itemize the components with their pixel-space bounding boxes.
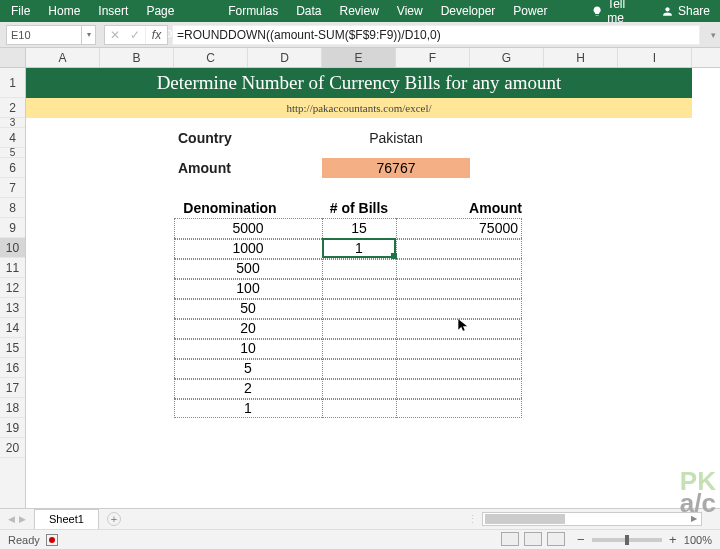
- col-E[interactable]: E: [322, 48, 396, 67]
- row-20[interactable]: 20: [0, 438, 25, 458]
- formula-bar-row: E10 ▾ ✕ ✓ fx =ROUNDDOWN((amount-SUM($F$9…: [0, 22, 720, 48]
- row-6[interactable]: 6: [0, 158, 25, 178]
- bills-1[interactable]: 1: [322, 238, 396, 258]
- horizontal-scrollbar[interactable]: ◀ ▶: [482, 512, 702, 526]
- row-9[interactable]: 9: [0, 218, 25, 238]
- view-page-layout-icon[interactable]: [524, 532, 542, 546]
- sheet-nav-prev-icon[interactable]: ◀: [6, 514, 17, 524]
- zoom-slider[interactable]: [592, 538, 662, 542]
- sheet-nav: ◀ ▶: [0, 514, 34, 524]
- row-13[interactable]: 13: [0, 298, 25, 318]
- sheet-title: Determine Number of Currency Bills for a…: [26, 68, 692, 98]
- row-2[interactable]: 2: [0, 98, 25, 118]
- denom-0[interactable]: 5000: [174, 218, 322, 238]
- row-16[interactable]: 16: [0, 358, 25, 378]
- denom-9[interactable]: 1: [174, 398, 322, 418]
- fx-icon[interactable]: fx: [145, 26, 167, 44]
- watermark: PK a/c: [680, 470, 716, 514]
- col-D[interactable]: D: [248, 48, 322, 67]
- amount-0[interactable]: 75000: [396, 218, 522, 238]
- zoom-in-button[interactable]: +: [666, 532, 680, 547]
- watermark-bot: a/c: [680, 492, 716, 514]
- denom-1[interactable]: 1000: [174, 238, 322, 258]
- country-value: Pakistan: [322, 130, 470, 146]
- denom-5[interactable]: 20: [174, 318, 322, 338]
- row-7[interactable]: 7: [0, 178, 25, 198]
- denom-8[interactable]: 2: [174, 378, 322, 398]
- row-18[interactable]: 18: [0, 398, 25, 418]
- name-box-dropdown-icon[interactable]: ▾: [81, 26, 95, 44]
- row-3[interactable]: 3: [0, 118, 25, 128]
- formula-buttons: ✕ ✓ fx: [104, 25, 168, 45]
- scroll-thumb[interactable]: [485, 514, 565, 524]
- zoom-out-button[interactable]: −: [574, 532, 588, 547]
- view-buttons: [500, 532, 566, 548]
- status-bar: Ready − + 100%: [0, 529, 720, 549]
- share-label: Share: [678, 4, 710, 18]
- denom-3[interactable]: 100: [174, 278, 322, 298]
- enter-icon[interactable]: ✓: [125, 26, 145, 44]
- row-12[interactable]: 12: [0, 278, 25, 298]
- share-button[interactable]: Share: [651, 4, 720, 18]
- row-19[interactable]: 19: [0, 418, 25, 438]
- row-5[interactable]: 5: [0, 148, 25, 158]
- select-all-corner[interactable]: [0, 48, 26, 67]
- row-15[interactable]: 15: [0, 338, 25, 358]
- row-4[interactable]: 4: [0, 128, 25, 148]
- macro-record-icon[interactable]: [46, 534, 58, 546]
- row-1[interactable]: 1: [0, 68, 25, 98]
- row-8[interactable]: 8: [0, 198, 25, 218]
- header-bills: # of Bills: [322, 200, 396, 216]
- amount-value[interactable]: 76767: [322, 158, 470, 178]
- col-H[interactable]: H: [544, 48, 618, 67]
- tab-formulas[interactable]: Formulas: [219, 0, 287, 22]
- view-page-break-icon[interactable]: [547, 532, 565, 546]
- sheet-tabs-bar: ◀ ▶ Sheet1 + ⋮ ◀ ▶: [0, 508, 720, 529]
- tab-home[interactable]: Home: [39, 0, 89, 22]
- col-C[interactable]: C: [174, 48, 248, 67]
- view-normal-icon[interactable]: [501, 532, 519, 546]
- header-amount: Amount: [422, 200, 522, 216]
- zoom-knob[interactable]: [625, 535, 629, 545]
- person-icon: [661, 5, 674, 18]
- tab-data[interactable]: Data: [287, 0, 330, 22]
- col-F[interactable]: F: [396, 48, 470, 67]
- status-ready: Ready: [0, 534, 40, 546]
- col-I[interactable]: I: [618, 48, 692, 67]
- sheet-tab-1[interactable]: Sheet1: [34, 509, 99, 529]
- formula-input[interactable]: =ROUNDDOWN((amount-SUM($F$9:F9))/D10,0): [172, 25, 700, 45]
- tab-power-pivot[interactable]: Power Pivot: [504, 0, 583, 22]
- zoom-level[interactable]: 100%: [684, 534, 712, 546]
- tab-insert[interactable]: Insert: [89, 0, 137, 22]
- country-label: Country: [178, 130, 232, 146]
- denom-4[interactable]: 50: [174, 298, 322, 318]
- cancel-icon[interactable]: ✕: [105, 26, 125, 44]
- sheet-link[interactable]: http://pakaccountants.com/excel/: [26, 98, 692, 118]
- tab-developer[interactable]: Developer: [432, 0, 505, 22]
- tab-review[interactable]: Review: [331, 0, 388, 22]
- sheet-nav-next-icon[interactable]: ▶: [17, 514, 28, 524]
- spreadsheet-grid[interactable]: Determine Number of Currency Bills for a…: [26, 68, 720, 508]
- name-box-value: E10: [7, 29, 81, 41]
- col-A[interactable]: A: [26, 48, 100, 67]
- denom-2[interactable]: 500: [174, 258, 322, 278]
- ribbon-tabs: File Home Insert Page Layout Formulas Da…: [0, 0, 720, 22]
- col-G[interactable]: G: [470, 48, 544, 67]
- row-14[interactable]: 14: [0, 318, 25, 338]
- row-10[interactable]: 10: [0, 238, 25, 258]
- bills-0[interactable]: 15: [322, 218, 396, 238]
- name-box[interactable]: E10 ▾: [6, 25, 96, 45]
- denom-6[interactable]: 10: [174, 338, 322, 358]
- scroll-right-icon[interactable]: ▶: [687, 513, 701, 525]
- tab-view[interactable]: View: [388, 0, 432, 22]
- formula-text: =ROUNDDOWN((amount-SUM($F$9:F9))/D10,0): [177, 28, 441, 42]
- row-17[interactable]: 17: [0, 378, 25, 398]
- add-sheet-button[interactable]: +: [107, 512, 121, 526]
- tab-file[interactable]: File: [2, 0, 39, 22]
- denom-7[interactable]: 5: [174, 358, 322, 378]
- tab-page-layout[interactable]: Page Layout: [137, 0, 219, 22]
- tell-me[interactable]: Tell me: [583, 0, 651, 25]
- col-B[interactable]: B: [100, 48, 174, 67]
- row-11[interactable]: 11: [0, 258, 25, 278]
- formula-expand-icon[interactable]: ▾: [706, 30, 720, 40]
